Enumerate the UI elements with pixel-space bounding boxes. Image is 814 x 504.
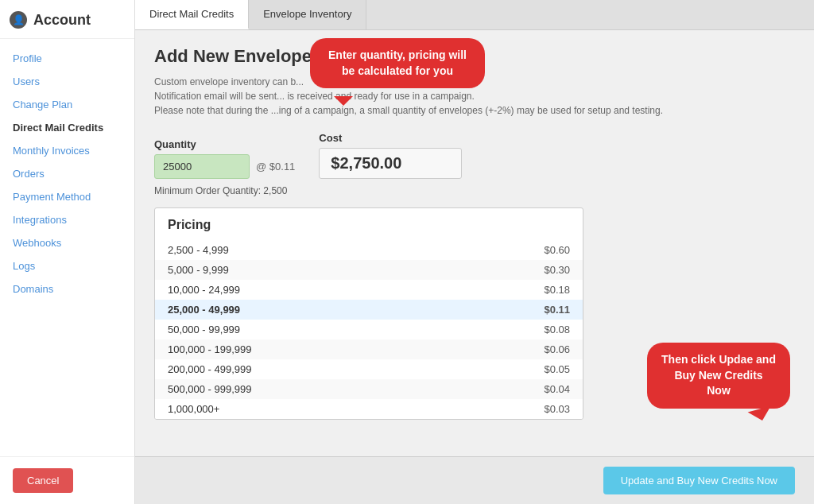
price-range: 10,000 - 24,999 xyxy=(155,280,446,300)
page-title: Add New Envelope I... xyxy=(154,46,795,67)
price-range: 50,000 - 99,999 xyxy=(155,320,446,339)
price-value: $0.05 xyxy=(446,359,583,379)
sidebar-item-users[interactable]: Users xyxy=(0,70,134,93)
price-value: $0.03 xyxy=(446,399,583,419)
sidebar-item-logs[interactable]: Logs xyxy=(0,254,134,277)
qty-input-wrap: @ $0.11 xyxy=(154,154,295,179)
cost-field-group: Cost xyxy=(319,132,462,179)
price-value: $0.08 xyxy=(446,320,583,339)
sidebar-item-direct-mail[interactable]: Direct Mail Credits xyxy=(0,116,134,139)
price-value: $0.04 xyxy=(446,379,583,399)
content-area: Enter quantity, pricing will be calculat… xyxy=(135,30,814,456)
cost-input xyxy=(319,148,462,179)
pricing-title: Pricing xyxy=(155,208,583,240)
price-range: 500,000 - 999,999 xyxy=(155,379,446,399)
sidebar-footer: Cancel xyxy=(0,456,134,504)
tabs-bar: Direct Mail Credits Envelope Inventory xyxy=(135,0,814,30)
price-value: $0.60 xyxy=(446,240,583,260)
quantity-label: Quantity xyxy=(154,138,295,150)
table-row: 2,500 - 4,999 $0.60 xyxy=(155,240,583,260)
table-row: 200,000 - 499,999 $0.05 xyxy=(155,359,583,379)
sidebar-item-orders[interactable]: Orders xyxy=(0,162,134,185)
per-unit-text: @ $0.11 xyxy=(256,161,295,173)
sidebar-item-profile[interactable]: Profile xyxy=(0,47,134,70)
sidebar: 👤 Account Profile Users Change Plan Dire… xyxy=(0,0,135,504)
price-value: $0.11 xyxy=(446,300,583,320)
cost-label: Cost xyxy=(319,132,462,144)
sidebar-item-change-plan[interactable]: Change Plan xyxy=(0,93,134,116)
callout-update-credits: Then click Updae and Buy New Credits Now xyxy=(647,343,790,409)
price-range: 5,000 - 9,999 xyxy=(155,260,446,280)
price-value: $0.18 xyxy=(446,280,583,300)
tab-direct-mail[interactable]: Direct Mail Credits xyxy=(135,0,249,29)
desc-line2: Notification email will be sent... is re… xyxy=(154,91,475,102)
table-row: 5,000 - 9,999 $0.30 xyxy=(155,260,583,280)
price-range: 1,000,000+ xyxy=(155,399,446,419)
tab-envelope-inventory[interactable]: Envelope Inventory xyxy=(249,0,366,29)
price-range: 100,000 - 199,999 xyxy=(155,339,446,359)
sidebar-item-integrations[interactable]: Integrations xyxy=(0,208,134,231)
table-row: 1,000,000+ $0.03 xyxy=(155,399,583,419)
sidebar-title: Account xyxy=(33,12,91,29)
account-icon: 👤 xyxy=(10,11,27,29)
price-range: 2,500 - 4,999 xyxy=(155,240,446,260)
table-row-highlighted: 25,000 - 49,999 $0.11 xyxy=(155,300,583,320)
price-range: 200,000 - 499,999 xyxy=(155,359,446,379)
cancel-button[interactable]: Cancel xyxy=(13,468,73,493)
table-row: 100,000 - 199,999 $0.06 xyxy=(155,339,583,359)
sidebar-nav: Profile Users Change Plan Direct Mail Cr… xyxy=(0,39,134,456)
sidebar-header: 👤 Account xyxy=(0,0,134,39)
sidebar-item-domains[interactable]: Domains xyxy=(0,277,134,300)
min-order-text: Minimum Order Quantity: 2,500 xyxy=(154,185,795,196)
update-buy-button[interactable]: Update and Buy New Credits Now xyxy=(603,467,795,494)
main-area: Direct Mail Credits Envelope Inventory E… xyxy=(135,0,814,504)
price-range: 25,000 - 49,999 xyxy=(155,300,446,320)
desc-line3: Please note that during the ...ing of a … xyxy=(154,105,663,116)
quantity-input[interactable] xyxy=(154,154,250,179)
table-row: 10,000 - 24,999 $0.18 xyxy=(155,280,583,300)
pricing-box: Pricing 2,500 - 4,999 $0.60 5,000 - 9,99… xyxy=(154,207,583,420)
desc-line1: Custom envelope inventory can b... xyxy=(154,76,304,87)
sidebar-item-payment[interactable]: Payment Method xyxy=(0,185,134,208)
price-value: $0.30 xyxy=(446,260,583,280)
price-value: $0.06 xyxy=(446,339,583,359)
table-row: 50,000 - 99,999 $0.08 xyxy=(155,320,583,339)
description: Custom envelope inventory can b... Notif… xyxy=(154,75,750,118)
sidebar-item-webhooks[interactable]: Webhooks xyxy=(0,231,134,254)
table-row: 500,000 - 999,999 $0.04 xyxy=(155,379,583,399)
qty-cost-row: Quantity @ $0.11 Cost xyxy=(154,132,795,179)
pricing-table: 2,500 - 4,999 $0.60 5,000 - 9,999 $0.30 … xyxy=(155,240,583,419)
quantity-field-group: Quantity @ $0.11 xyxy=(154,138,295,179)
bottom-bar: Update and Buy New Credits Now xyxy=(135,456,814,504)
sidebar-item-invoices[interactable]: Monthly Invoices xyxy=(0,139,134,162)
